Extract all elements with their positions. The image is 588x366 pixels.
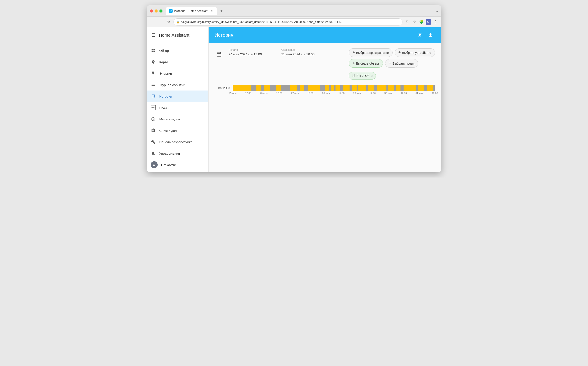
sidebar-item-logbook[interactable]: Журнал событий: [147, 79, 208, 91]
time-tick-label: 28 мая: [322, 92, 330, 94]
download-button[interactable]: [426, 31, 435, 39]
sidebar-item-label: Мультимедиа: [159, 117, 180, 121]
date-range-row: Начало 24 мая 2024 г. в 13:00 Окончание …: [215, 48, 435, 80]
time-axis: 25 мая12:0026 мая12:0027 мая12:0028 мая1…: [233, 92, 435, 98]
sidebar-item-label: Обзор: [159, 49, 169, 53]
date-fields: Начало 24 мая 2024 г. в 13:00 Окончание …: [229, 48, 344, 57]
time-tick: 12:00: [370, 92, 376, 94]
choose-tag-label: Выбрать ярлык: [392, 62, 414, 65]
plus-icon: +: [389, 61, 391, 66]
choose-device-label: Выбрать устройство: [402, 51, 431, 54]
sidebar-nav: Обзор Карта Энергия: [147, 43, 208, 146]
extensions-button[interactable]: 🧩: [418, 19, 424, 25]
sidebar-item-user[interactable]: G GrakovNe: [147, 159, 208, 170]
timeline-segment-on: [300, 85, 304, 91]
timeline-section: Bot 2D08 25 мая12:0026 мая12:0027 мая12:…: [215, 85, 435, 98]
refresh-button[interactable]: ↻: [165, 19, 172, 25]
menu-button[interactable]: ⋮: [432, 19, 439, 25]
end-date-field[interactable]: Окончание 31 мая 2024 г. в 16:00: [282, 48, 325, 57]
start-date-value: 24 мая 2024 г. в 13:00: [229, 52, 273, 57]
time-tick: 29 мая: [353, 92, 361, 94]
entity-chip-close-button[interactable]: ×: [371, 74, 373, 78]
back-button[interactable]: ←: [150, 19, 156, 25]
close-button[interactable]: [150, 9, 153, 13]
time-tick: 28 мая: [322, 92, 330, 94]
sidebar-footer: Уведомления G GrakovNe: [147, 146, 208, 172]
selected-entities: Bot 2D08 ×: [349, 72, 435, 80]
energy-icon: [151, 71, 156, 76]
sidebar-item-history[interactable]: История: [147, 91, 208, 102]
timeline-segment-off: [374, 85, 377, 91]
timeline-segment-on: [331, 85, 334, 91]
time-tick: 30 мая: [384, 92, 392, 94]
overview-icon: [151, 48, 156, 53]
timeline-segment-on: [403, 85, 416, 91]
sidebar-item-label: GrakovNe: [161, 163, 176, 167]
sidebar-item-map[interactable]: Карта: [147, 56, 208, 68]
notifications-icon: [151, 151, 156, 156]
profile-button[interactable]: G: [425, 19, 432, 25]
timeline-segment-on: [343, 85, 350, 91]
sidebar-item-hacs[interactable]: HACS HACS: [147, 102, 208, 113]
timeline-segment-off: [304, 85, 307, 91]
timeline-segment-off: [357, 85, 358, 91]
time-tick-label: 12:00: [370, 92, 376, 94]
address-bar[interactable]: 🔒 ha.grakovne.org/history?entity_id=swit…: [173, 18, 402, 25]
timeline-segment-on: [335, 85, 340, 91]
sidebar-item-media[interactable]: Мультимедиа: [147, 113, 208, 125]
time-tick-label: 12:00: [276, 92, 282, 94]
screencap-button[interactable]: ⎘: [404, 19, 410, 25]
start-date-field[interactable]: Начало 24 мая 2024 г. в 13:00: [229, 48, 273, 57]
sidebar-item-label: История: [159, 94, 172, 98]
tab-close-button[interactable]: ×: [210, 9, 214, 13]
timeline-segment-on: [377, 85, 387, 91]
choose-space-button[interactable]: + Выбрать пространство: [349, 48, 392, 57]
filter-clear-button[interactable]: [416, 31, 424, 39]
maximize-button[interactable]: [159, 9, 163, 13]
choose-object-button[interactable]: + Выбрать объект: [349, 59, 383, 68]
time-tick-label: 12:00: [307, 92, 313, 94]
timeline-segment-off: [297, 85, 300, 91]
timeline-segment-off: [424, 85, 427, 91]
minimize-button[interactable]: [155, 9, 158, 13]
entity-chip-icon: [351, 74, 355, 78]
plus-icon: +: [352, 50, 355, 55]
sidebar-item-notifications[interactable]: Уведомления: [147, 148, 208, 159]
sidebar-title: Home Assistant: [159, 33, 189, 38]
content-area: Начало 24 мая 2024 г. в 13:00 Окончание …: [208, 43, 441, 172]
menu-toggle-button[interactable]: ☰: [151, 32, 156, 38]
sidebar-item-todo[interactable]: Списки дел: [147, 125, 208, 136]
choose-tag-button[interactable]: + Выбрать ярлык: [385, 59, 418, 68]
timeline-segment-off: [433, 85, 435, 91]
header-actions: [416, 31, 435, 39]
browser-titlebar: История – Home Assistant × + ⌄: [147, 5, 441, 17]
browser-chevron-icon[interactable]: ⌄: [436, 9, 439, 13]
sidebar-item-label: Журнал событий: [159, 83, 185, 87]
new-tab-button[interactable]: +: [218, 8, 225, 14]
browser-tab[interactable]: История – Home Assistant ×: [166, 7, 217, 15]
sidebar-item-overview[interactable]: Обзор: [147, 45, 208, 56]
time-tick: 12:00: [245, 92, 251, 94]
sidebar-item-developer[interactable]: Панель разработчика: [147, 136, 208, 146]
timeline-segment-on: [418, 85, 424, 91]
timeline-segment-off: [350, 85, 352, 91]
tab-title: История – Home Assistant: [174, 9, 208, 13]
timeline-segment-off: [401, 85, 403, 91]
choose-device-button[interactable]: + Выбрать устройство: [395, 48, 435, 57]
time-tick: 27 мая: [291, 92, 299, 94]
timeline-segment-off: [281, 85, 290, 91]
forward-button[interactable]: →: [158, 19, 164, 25]
time-tick: 12:00: [339, 92, 345, 94]
sidebar-item-label: Панель разработчика: [159, 140, 193, 144]
timeline-segment-off: [320, 85, 325, 91]
timeline-segment-on: [368, 85, 374, 91]
time-tick: 12:00: [401, 92, 407, 94]
plus-icon: +: [399, 50, 401, 55]
timeline-entity-label: Bot 2D08: [215, 86, 230, 90]
sidebar-item-energy[interactable]: Энергия: [147, 68, 208, 79]
plus-icon: +: [352, 61, 355, 66]
bookmark-button[interactable]: ☆: [411, 19, 417, 25]
choose-space-label: Выбрать пространство: [356, 51, 389, 54]
timeline-segment-on: [352, 85, 357, 91]
time-tick-label: 29 мая: [353, 92, 361, 94]
